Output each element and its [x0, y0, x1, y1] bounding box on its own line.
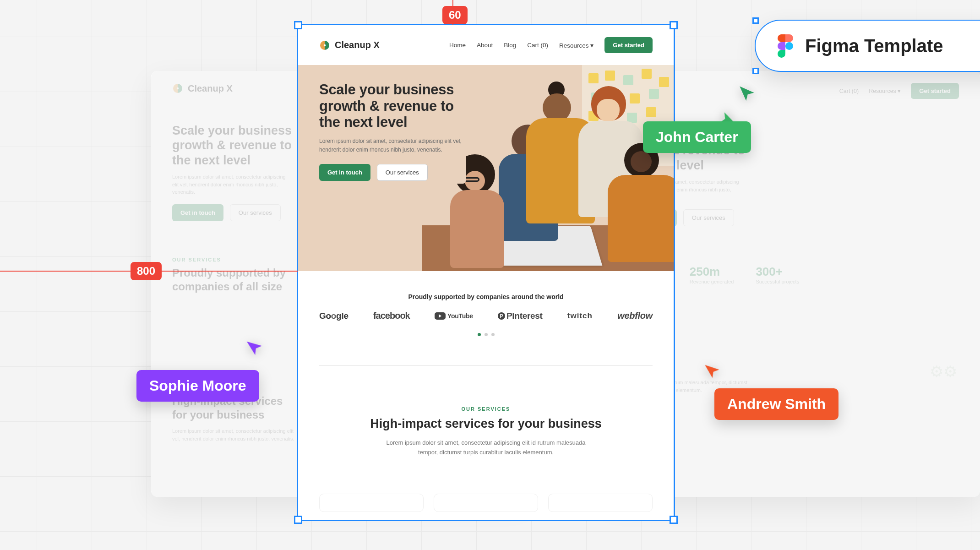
resize-handle-br[interactable]: [670, 516, 678, 524]
selected-frame[interactable]: Cleanup X Home About Blog Cart (0) Resou…: [298, 25, 674, 520]
card-1[interactable]: [319, 494, 424, 512]
figma-logo-icon: [778, 34, 793, 58]
measure-badge-side: 800: [131, 262, 162, 280]
services-sub: Lorem ipsum dolor sit amet, consectetur …: [378, 438, 593, 457]
card-2[interactable]: [434, 494, 538, 512]
logo-facebook: facebook: [373, 310, 410, 321]
figma-template-pill[interactable]: Figma Template: [756, 21, 980, 71]
brand-text-main: Cleanup X: [335, 40, 380, 50]
user-tag-orange: Andrew Smith: [714, 388, 838, 420]
pill-handle-bl[interactable]: [752, 68, 759, 74]
hero-title-main: Scale your business growth & revenue to …: [319, 82, 463, 131]
brand-logo-main[interactable]: Cleanup X: [319, 40, 380, 51]
hero-primary-main[interactable]: Get in touch: [319, 164, 370, 181]
services-eyebrow: OUR SERVICES: [335, 406, 637, 412]
cursor-orange: [702, 362, 723, 382]
logo-twitch: twitch: [567, 311, 593, 321]
user-tag-green: John Carter: [643, 121, 751, 153]
services-section: OUR SERVICES High-impact services for yo…: [298, 366, 674, 475]
site-nav: Cleanup X Home About Blog Cart (0) Resou…: [298, 25, 674, 65]
logo-pinterest: PPinterest: [498, 311, 543, 321]
logo-youtube: YouTube: [435, 312, 473, 320]
card-3[interactable]: [548, 494, 653, 512]
nav-blog-main[interactable]: Blog: [504, 42, 516, 49]
user-tag-purple: Sophie Moore: [136, 370, 259, 402]
logo-webflow: webflow: [617, 310, 653, 321]
logo-google: Google: [319, 311, 348, 321]
nav-cart-main[interactable]: Cart (0): [527, 42, 548, 49]
cursor-purple: [244, 338, 266, 359]
hero-section: Scale your business growth & revenue to …: [298, 65, 674, 271]
nav-home-main[interactable]: Home: [449, 42, 466, 49]
logos-section: Proudly supported by companies around th…: [298, 271, 674, 350]
resize-handle-tl[interactable]: [294, 21, 302, 29]
resize-handle-bl[interactable]: [294, 516, 302, 524]
pill-handle-tl[interactable]: [752, 17, 759, 24]
hero-secondary-main[interactable]: Our services: [377, 164, 428, 181]
brand-icon: [319, 40, 330, 51]
carousel-dots[interactable]: [319, 333, 653, 336]
service-cards: [298, 494, 674, 512]
nav-resources-main[interactable]: Resources ▾: [559, 42, 593, 49]
cursor-green-pill: [737, 85, 757, 104]
chevron-down-icon: ▾: [590, 42, 593, 49]
svg-point-1: [324, 44, 326, 46]
measure-badge-top: 60: [442, 6, 468, 24]
logos-title: Proudly supported by companies around th…: [319, 293, 653, 300]
nav-about-main[interactable]: About: [477, 42, 493, 49]
nav-cta-main[interactable]: Get started: [604, 37, 653, 53]
services-title: High-impact services for your business: [335, 416, 637, 432]
resize-handle-tr[interactable]: [670, 21, 678, 29]
hero-sub-main: Lorem ipsum dolor sit amet, consectetur …: [319, 137, 463, 154]
figma-pill-label: Figma Template: [805, 36, 943, 56]
